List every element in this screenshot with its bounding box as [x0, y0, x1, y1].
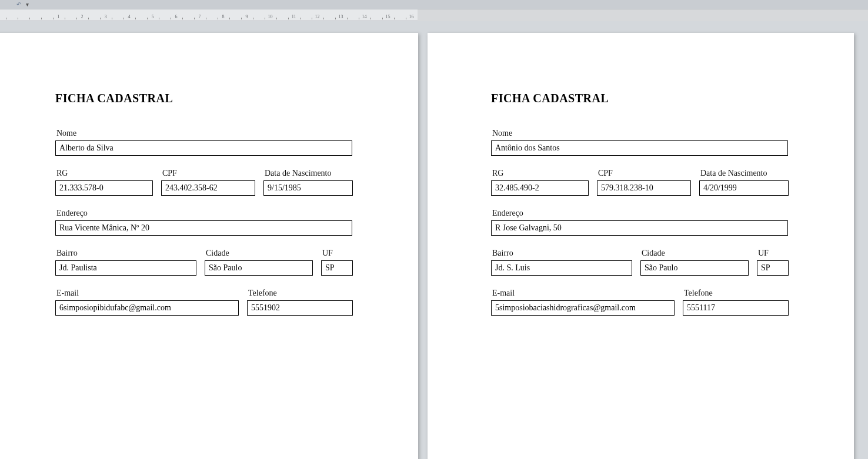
dob-label: Data de Nascimento — [263, 169, 353, 178]
form-field: Telefone5551902 — [247, 289, 353, 316]
document-page[interactable]: FICHA CADASTRALNomeAlberto da SilvaRG21.… — [0, 33, 418, 459]
form-field: NomeAlberto da Silva — [55, 129, 352, 156]
form-row: BairroJd. S. LuisCidadeSão PauloUFSP — [491, 249, 788, 276]
form-field: Data de Nascimento9/15/1985 — [263, 169, 353, 196]
form-field: CPF579.318.238-10 — [597, 169, 691, 196]
rg-label: RG — [55, 169, 153, 178]
form-title: FICHA CADASTRAL — [55, 92, 355, 105]
dob-field[interactable]: 9/15/1985 — [263, 180, 353, 196]
form-row: EndereçoRua Vicente Mânica, Nº 20 — [55, 209, 352, 236]
form-field: UFSP — [757, 249, 789, 276]
form-field: Data de Nascimento4/20/1999 — [699, 169, 789, 196]
endereco-label: Endereço — [55, 209, 352, 218]
form-row: NomeAlberto da Silva — [55, 129, 352, 156]
customize-qat-icon[interactable]: ▾ — [26, 1, 29, 8]
cpf-label: CPF — [161, 169, 255, 178]
uf-field[interactable]: SP — [757, 260, 789, 276]
form-field: EndereçoRua Vicente Mânica, Nº 20 — [55, 209, 352, 236]
bairro-field[interactable]: Jd. Paulista — [55, 260, 196, 276]
uf-field[interactable]: SP — [321, 260, 353, 276]
bairro-field[interactable]: Jd. S. Luis — [491, 260, 632, 276]
form-row: E-mail5simposiobaciashidrograficas@gmail… — [491, 289, 788, 316]
cidade-label: Cidade — [640, 249, 749, 258]
form-field: CPF243.402.358-62 — [161, 169, 255, 196]
telefone-field[interactable]: 5551117 — [683, 300, 789, 316]
form-row: EndereçoR Jose Galvagni, 50 — [491, 209, 788, 236]
form-field: RG32.485.490-2 — [491, 169, 589, 196]
cpf-field[interactable]: 579.318.238-10 — [597, 180, 691, 196]
cidade-field[interactable]: São Paulo — [640, 260, 749, 276]
nome-label: Nome — [491, 129, 788, 138]
nome-field[interactable]: Antônio dos Santos — [491, 140, 788, 156]
cpf-label: CPF — [597, 169, 691, 178]
endereco-field[interactable]: R Jose Galvagni, 50 — [491, 220, 788, 236]
form-title: FICHA CADASTRAL — [491, 92, 790, 105]
email-field[interactable]: 6simposiopibidufabc@gmail.com — [55, 300, 239, 316]
bairro-label: Bairro — [55, 249, 196, 258]
telefone-field[interactable]: 5551902 — [247, 300, 353, 316]
cidade-label: Cidade — [205, 249, 313, 258]
endereco-field[interactable]: Rua Vicente Mânica, Nº 20 — [55, 220, 352, 236]
nome-label: Nome — [55, 129, 352, 138]
undo-icon[interactable]: ↶ — [16, 1, 21, 8]
form-row: RG32.485.490-2CPF579.318.238-10Data de N… — [491, 169, 788, 196]
document-workspace[interactable]: FICHA CADASTRALNomeAlberto da SilvaRG21.… — [0, 21, 868, 459]
telefone-label: Telefone — [683, 289, 789, 298]
quick-access-toolbar: ↶ ▾ — [0, 0, 868, 9]
rg-field[interactable]: 21.333.578-0 — [55, 180, 153, 196]
form-field: EndereçoR Jose Galvagni, 50 — [491, 209, 788, 236]
form-field: RG21.333.578-0 — [55, 169, 153, 196]
endereco-label: Endereço — [491, 209, 788, 218]
uf-label: UF — [321, 249, 353, 258]
horizontal-ruler[interactable]: 1234567891011121314151617 — [0, 9, 868, 21]
form-field: CidadeSão Paulo — [640, 249, 749, 276]
form-field: CidadeSão Paulo — [205, 249, 313, 276]
form-row: E-mail6simposiopibidufabc@gmail.comTelef… — [55, 289, 352, 316]
form-field: E-mail5simposiobaciashidrograficas@gmail… — [491, 289, 675, 316]
form-row: NomeAntônio dos Santos — [491, 129, 788, 156]
cpf-field[interactable]: 243.402.358-62 — [161, 180, 255, 196]
document-page[interactable]: FICHA CADASTRALNomeAntônio dos SantosRG3… — [428, 33, 854, 459]
dob-label: Data de Nascimento — [699, 169, 789, 178]
form-field: BairroJd. Paulista — [55, 249, 196, 276]
uf-label: UF — [757, 249, 789, 258]
email-label: E-mail — [55, 289, 239, 298]
dob-field[interactable]: 4/20/1999 — [699, 180, 789, 196]
form-row: RG21.333.578-0CPF243.402.358-62Data de N… — [55, 169, 352, 196]
form-field: BairroJd. S. Luis — [491, 249, 632, 276]
rg-field[interactable]: 32.485.490-2 — [491, 180, 589, 196]
bairro-label: Bairro — [491, 249, 632, 258]
form-row: BairroJd. PaulistaCidadeSão PauloUFSP — [55, 249, 352, 276]
form-field: NomeAntônio dos Santos — [491, 129, 788, 156]
email-label: E-mail — [491, 289, 675, 298]
form-field: Telefone5551117 — [683, 289, 789, 316]
cidade-field[interactable]: São Paulo — [205, 260, 313, 276]
form-field: UFSP — [321, 249, 353, 276]
nome-field[interactable]: Alberto da Silva — [55, 140, 352, 156]
form-field: E-mail6simposiopibidufabc@gmail.com — [55, 289, 239, 316]
telefone-label: Telefone — [247, 289, 353, 298]
rg-label: RG — [491, 169, 589, 178]
email-field[interactable]: 5simposiobaciashidrograficas@gmail.com — [491, 300, 675, 316]
